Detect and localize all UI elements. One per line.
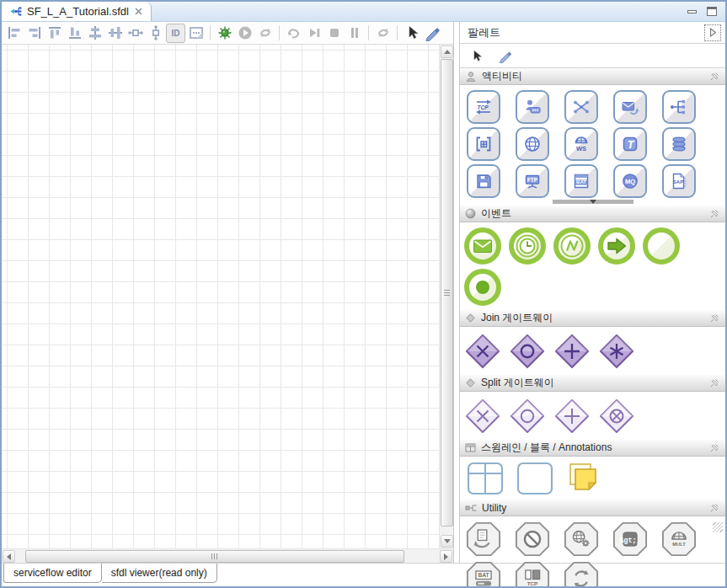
globe-icon [522, 134, 543, 154]
palette-item-ftp[interactable]: FTP [516, 164, 549, 198]
horizontal-scrollbar[interactable] [2, 548, 453, 563]
minimize-icon[interactable] [687, 10, 697, 13]
palette-item-message-event[interactable] [464, 227, 501, 265]
palette-item-sync-util[interactable] [564, 561, 599, 588]
svg-text:TCP: TCP [478, 104, 489, 110]
batch-icon: BAT [571, 171, 591, 191]
palette-item-timer-event[interactable] [509, 227, 546, 265]
palette-item-sap[interactable]: SAP [662, 164, 696, 198]
pin-icon[interactable] [709, 208, 720, 219]
tab-sfdl-viewer[interactable]: sfdl viewer(read only) [102, 564, 217, 583]
palette-item-or-join[interactable] [508, 332, 547, 371]
select-tool-icon[interactable] [469, 49, 484, 63]
palette-splitter[interactable] [454, 22, 460, 563]
diagram-canvas[interactable] [2, 45, 439, 548]
palette-item-tibero[interactable]: T [613, 127, 647, 161]
suspend-button[interactable] [345, 24, 364, 43]
palette-item-event-split[interactable] [597, 397, 636, 436]
connection-tool-icon[interactable] [497, 49, 513, 63]
palette-item-human-task[interactable] [516, 90, 549, 124]
draw-connection-button[interactable] [422, 24, 441, 43]
align-center-button[interactable] [85, 24, 104, 43]
palette-item-complex-join[interactable] [597, 332, 636, 371]
palette-item-batch[interactable]: BAT [564, 164, 598, 198]
vertical-scroll-thumb[interactable] [441, 59, 453, 527]
pin-icon[interactable] [709, 313, 720, 323]
palette-item-block-task[interactable] [515, 521, 550, 557]
align-middle-button[interactable] [105, 24, 125, 43]
align-right-button[interactable] [24, 24, 44, 43]
refresh-button[interactable] [373, 24, 393, 43]
editor-area: ID [2, 22, 454, 563]
palette-item-terminate-event[interactable] [464, 269, 501, 306]
palette-item-web[interactable] [516, 127, 549, 161]
palette-item-or-split[interactable] [508, 397, 547, 436]
editor-tab[interactable]: SF_L_A_Tutorial.sfdl [2, 2, 152, 21]
vertical-scrollbar[interactable] [439, 45, 453, 548]
tab-serviceflow-editor[interactable]: serviceflow editor [3, 564, 102, 583]
run-button[interactable] [235, 24, 254, 43]
palette-section-header-utility[interactable]: Utility [460, 500, 725, 516]
palette-item-subprocess[interactable] [662, 90, 696, 124]
align-left-button[interactable] [4, 24, 24, 43]
palette-item-signal-event[interactable] [553, 227, 591, 265]
palette-section-label: Split 게이트웨이 [481, 376, 554, 390]
palette-section-header-event[interactable]: 이벤트 [460, 206, 725, 222]
palette-item-web-gear[interactable] [564, 521, 599, 557]
resume-button[interactable] [304, 24, 323, 43]
sphere-icon [465, 208, 476, 219]
select-tool-button[interactable] [402, 24, 421, 43]
palette-item-swimlane[interactable] [467, 462, 504, 495]
relaunch-button[interactable] [255, 24, 275, 43]
palette-item-link-event[interactable] [598, 227, 635, 265]
align-top-button[interactable] [45, 24, 64, 43]
palette-item-and-join[interactable] [553, 332, 591, 371]
palette-item-database[interactable] [662, 127, 696, 161]
close-icon[interactable] [134, 7, 143, 16]
scroll-down-button[interactable] [441, 535, 453, 548]
palette-item-tcp-util[interactable]: TCP [515, 561, 550, 588]
scroll-left-button[interactable] [3, 550, 15, 563]
tibero-icon: T [620, 134, 640, 154]
pin-icon[interactable] [709, 377, 720, 388]
palette-item-save[interactable] [467, 164, 500, 198]
palette-item-mail-send[interactable] [613, 90, 647, 124]
properties-button[interactable] [186, 24, 206, 43]
palette-item-terminal[interactable]: &gt;_ [612, 521, 648, 557]
palette-item-mapping[interactable] [564, 90, 598, 124]
palette-item-and-split[interactable] [553, 397, 591, 436]
palette-scroll-down-indicator[interactable] [553, 200, 633, 204]
match-width-button[interactable] [126, 24, 145, 43]
debug-button[interactable] [215, 24, 234, 43]
palette-item-xor-split[interactable] [463, 397, 502, 436]
step-return-button[interactable] [284, 24, 303, 43]
palette-item-annotation[interactable] [566, 462, 600, 495]
thumb-grip [444, 290, 450, 297]
scroll-right-button[interactable] [440, 550, 452, 563]
palette-item-xor-join[interactable] [463, 332, 502, 371]
palette-item-frame[interactable] [467, 127, 500, 161]
palette-item-start-event[interactable] [643, 227, 680, 265]
pin-icon[interactable] [709, 502, 720, 513]
palette-item-multicast[interactable]: MULT [661, 521, 697, 557]
match-height-button[interactable] [146, 24, 165, 43]
scroll-up-button[interactable] [441, 45, 453, 58]
palette-item-batch-util[interactable]: BAT [466, 561, 501, 588]
pin-icon[interactable] [709, 71, 720, 82]
palette-item-export-task[interactable] [466, 521, 501, 557]
align-bottom-button[interactable] [65, 24, 84, 43]
palette-collapse-button[interactable] [704, 24, 721, 41]
palette-section-header-activity[interactable]: 액티비티 [460, 68, 725, 85]
palette-item-web-service[interactable]: WS [564, 127, 598, 161]
palette-section-header-split-gateway[interactable]: Split 게이트웨이 [460, 375, 725, 392]
palette-item-block[interactable] [516, 462, 553, 495]
palette-item-mq[interactable]: MQ [613, 164, 647, 198]
maximize-icon[interactable] [707, 7, 717, 16]
terminate-button[interactable] [324, 24, 344, 43]
pin-icon[interactable] [709, 442, 720, 453]
palette-section-header-join-gateway[interactable]: Join 게이트웨이 [460, 310, 725, 327]
palette-section-header-lane[interactable]: 스윔레인 / 블록 / Annotations [460, 440, 725, 457]
palette-item-tcp-send-receive[interactable]: TCP [467, 90, 500, 124]
id-toggle-button[interactable]: ID [166, 24, 185, 43]
horizontal-scroll-thumb[interactable] [25, 550, 404, 563]
